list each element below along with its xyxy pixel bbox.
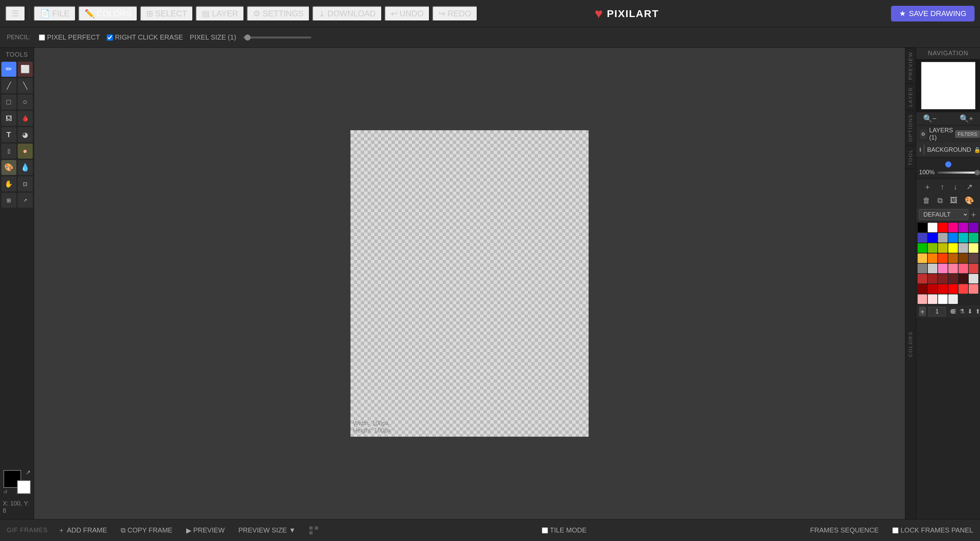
nav-select[interactable]: ⊞ SELECT xyxy=(140,6,193,21)
color-cell[interactable] xyxy=(969,264,978,273)
color-cell[interactable] xyxy=(928,274,937,283)
color-cell[interactable] xyxy=(928,294,937,304)
color-cell[interactable] xyxy=(948,284,958,294)
color-cell[interactable] xyxy=(948,243,958,253)
right-click-erase-checkbox[interactable] xyxy=(107,35,113,41)
color-count-input[interactable] xyxy=(929,307,945,316)
color-cell[interactable] xyxy=(959,274,968,283)
diagonal-tool[interactable]: ╲ xyxy=(18,78,33,93)
rect-tool[interactable]: □ xyxy=(2,94,16,110)
color-cell[interactable] xyxy=(918,284,927,294)
palette-add-button[interactable]: ＋ xyxy=(970,210,977,220)
right-click-erase-toggle[interactable]: RIGHT CLICK ERASE xyxy=(107,33,183,41)
color-cell[interactable] xyxy=(928,264,937,273)
color-cell[interactable] xyxy=(938,233,948,242)
color-cell[interactable] xyxy=(938,284,948,294)
color-cell[interactable] xyxy=(948,294,958,304)
selection-tool[interactable]: ⊡ xyxy=(18,177,33,191)
color-cell[interactable] xyxy=(948,264,958,273)
zoom-in-button[interactable]: 🔍+ xyxy=(959,114,973,123)
color-cell[interactable] xyxy=(918,274,927,283)
color-cell[interactable] xyxy=(928,284,937,294)
warp-tool[interactable]: ↗ xyxy=(18,193,33,208)
layer-settings-button[interactable]: ⚙ xyxy=(920,129,927,139)
pixel-canvas[interactable] xyxy=(350,130,589,437)
preview-size-button[interactable]: PREVIEW SIZE ▼ xyxy=(235,524,299,536)
transform-tool[interactable]: ⊞ xyxy=(2,193,16,208)
nav-redo[interactable]: ↪ REDO xyxy=(433,6,477,21)
move-color-up-button[interactable]: ↑ xyxy=(940,182,944,192)
color-cell[interactable] xyxy=(918,223,927,232)
pencil-tool[interactable]: ✏ xyxy=(2,62,16,77)
duplicate-color-button[interactable]: ⧉ xyxy=(937,196,943,205)
save-drawing-button[interactable]: ★ SAVE DRAWING xyxy=(891,6,975,21)
color-cell[interactable] xyxy=(969,233,978,242)
circle-tool[interactable]: ○ xyxy=(18,94,33,110)
color-cell[interactable] xyxy=(928,253,937,263)
color-cell[interactable] xyxy=(938,253,948,263)
opacity-slider[interactable] xyxy=(937,172,977,173)
dither-tool[interactable]: ◕ xyxy=(18,127,33,142)
zoom-out-button[interactable]: 🔍− xyxy=(923,114,937,123)
text-tool[interactable]: T xyxy=(2,127,16,142)
nav-settings[interactable]: ⚙ SETTINGS xyxy=(247,6,310,21)
palette-color-button[interactable]: 🎨 xyxy=(965,196,974,205)
download-color-button[interactable]: ⬇ xyxy=(967,308,972,315)
color-cell[interactable] xyxy=(938,294,948,304)
color-cell[interactable] xyxy=(959,284,968,294)
canvas-area[interactable]: Width: 100px Height: 100px xyxy=(34,48,905,519)
nav-download[interactable]: ⤓ DOWNLOAD xyxy=(312,6,382,21)
pattern-tool[interactable]: ⣿ xyxy=(2,143,16,159)
color-cell[interactable] xyxy=(969,243,978,253)
lock-frames-panel-toggle[interactable]: LOCK FRAMES PANEL xyxy=(892,526,973,534)
layer-visibility-toggle[interactable] xyxy=(920,147,921,152)
color-cell[interactable] xyxy=(938,243,948,253)
nav-undo[interactable]: ↩ UNDO xyxy=(385,6,430,21)
color-picker-tool[interactable]: 🎨 xyxy=(2,160,16,175)
upload-color-button[interactable]: ⬆ xyxy=(975,308,980,315)
menu-button[interactable]: ☰ xyxy=(5,6,25,21)
delete-color-button[interactable]: 🗑 xyxy=(923,196,930,205)
move-color-down-button[interactable]: ↓ xyxy=(953,182,957,192)
add-color-button[interactable]: ＋ xyxy=(924,182,931,192)
color-cell[interactable] xyxy=(959,223,968,232)
pixel-perfect-checkbox[interactable] xyxy=(39,35,45,41)
color-cell[interactable] xyxy=(918,233,927,242)
fill-tool[interactable]: ⛾ xyxy=(2,111,16,126)
color-cell[interactable] xyxy=(948,253,958,263)
color-cell[interactable] xyxy=(959,253,968,263)
line-tool[interactable]: ╱ xyxy=(2,78,16,93)
count-add-button[interactable]: ＋ xyxy=(919,307,926,316)
color-cell[interactable] xyxy=(959,243,968,253)
color-cell[interactable] xyxy=(928,233,937,242)
add-frame-button[interactable]: ＋ ADD FRAME xyxy=(54,523,110,537)
color-cell[interactable] xyxy=(928,223,937,232)
color-cell[interactable] xyxy=(918,264,927,273)
tile-mode-checkbox[interactable] xyxy=(542,527,548,533)
color-cell[interactable] xyxy=(969,284,978,294)
background-color[interactable] xyxy=(17,480,31,494)
swap-colors-icon[interactable]: ↗ xyxy=(25,469,31,476)
eyedropper-tool[interactable]: 🩸 xyxy=(18,111,33,126)
colorshift-tool[interactable]: ● xyxy=(18,143,33,159)
lock-frames-panel-checkbox[interactable] xyxy=(892,527,899,533)
nav-file[interactable]: 📄 FILE xyxy=(34,6,76,21)
color-cell[interactable] xyxy=(928,243,937,253)
nav-layer[interactable]: ▤ LAYER xyxy=(196,6,244,21)
color-cell[interactable] xyxy=(938,223,948,232)
flask-icon-button[interactable]: ⚗ xyxy=(959,308,965,315)
export-color-button[interactable]: ↗ xyxy=(966,182,972,192)
color-cell[interactable] xyxy=(969,223,978,232)
color-cell[interactable] xyxy=(948,223,958,232)
color-cell[interactable] xyxy=(938,274,948,283)
color-cell[interactable] xyxy=(918,253,927,263)
layer-lock-icon[interactable]: 🔒 xyxy=(974,147,980,153)
move-tool[interactable]: ✋ xyxy=(2,177,16,191)
preview-button[interactable]: ▶ PREVIEW xyxy=(183,524,228,536)
filters-button[interactable]: FILTERS xyxy=(955,130,980,138)
color-cell[interactable] xyxy=(918,243,927,253)
color-cell[interactable] xyxy=(948,274,958,283)
color-cell[interactable] xyxy=(969,253,978,263)
copy-frame-button[interactable]: ⧉ COPY FRAME xyxy=(117,524,176,536)
color-cell[interactable] xyxy=(959,264,968,273)
